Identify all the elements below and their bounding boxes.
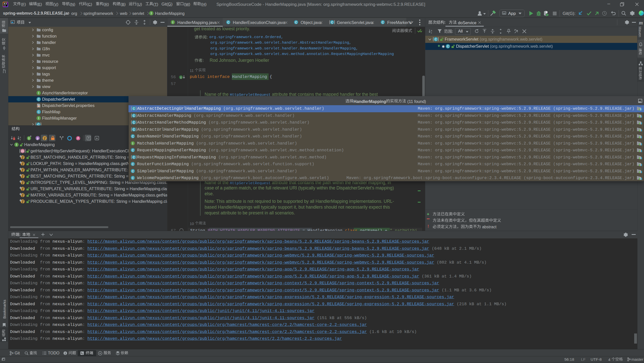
svg-text:C: C bbox=[133, 114, 135, 117]
svg-text:I: I bbox=[16, 143, 17, 147]
svg-text:I: I bbox=[38, 91, 39, 95]
svg-text:I: I bbox=[38, 117, 39, 120]
svg-text:C: C bbox=[133, 155, 135, 159]
svg-text:C: C bbox=[132, 135, 134, 138]
svg-text:C: C bbox=[132, 169, 134, 173]
svg-text:C: C bbox=[132, 176, 134, 180]
svg-text:C: C bbox=[38, 98, 40, 101]
svg-text:C: C bbox=[133, 128, 135, 131]
svg-text:I: I bbox=[172, 21, 173, 24]
svg-text:C: C bbox=[382, 21, 384, 24]
svg-text:C: C bbox=[435, 38, 437, 41]
svg-text:z: z bbox=[431, 32, 432, 34]
svg-text:C: C bbox=[132, 149, 134, 152]
svg-text:I: I bbox=[132, 142, 133, 145]
svg-text:C: C bbox=[331, 21, 333, 24]
svg-text:C: C bbox=[295, 21, 297, 24]
svg-text:C: C bbox=[133, 107, 135, 110]
svg-text:C: C bbox=[447, 45, 449, 48]
svg-text:C: C bbox=[133, 121, 135, 124]
svg-text:I: I bbox=[151, 12, 152, 15]
svg-text:C: C bbox=[132, 162, 134, 166]
svg-text:m: m bbox=[21, 149, 24, 153]
svg-text:z: z bbox=[20, 138, 21, 141]
svg-text:I: I bbox=[28, 137, 29, 140]
svg-text:C: C bbox=[227, 21, 230, 24]
svg-text:p: p bbox=[37, 136, 39, 140]
svg-text:I: I bbox=[180, 76, 182, 79]
svg-text:C: C bbox=[38, 110, 40, 114]
